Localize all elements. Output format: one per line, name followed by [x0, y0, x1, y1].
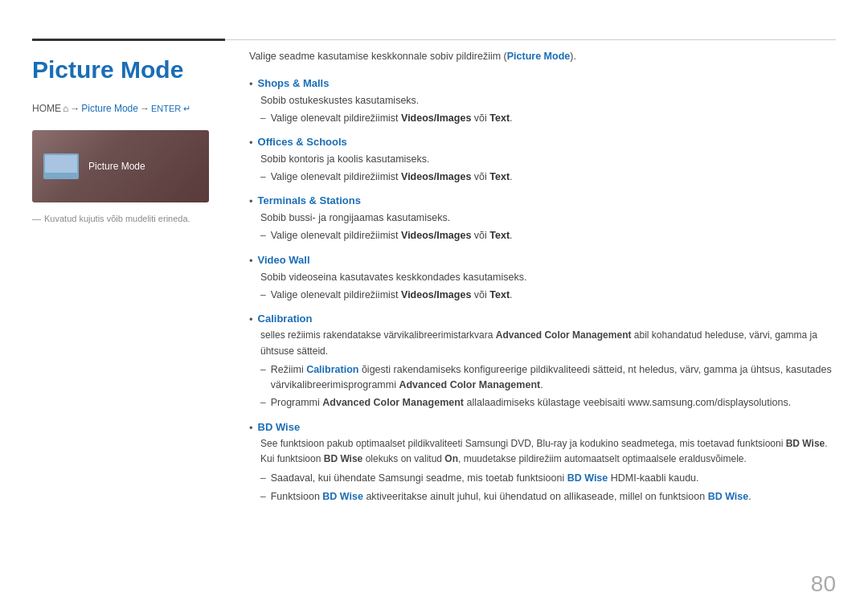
calibration-acm3: Advanced Color Management [322, 397, 464, 408]
section-title-terminals: Terminals & Stations [258, 194, 361, 206]
bd-wise-bold2: BD Wise [324, 453, 363, 464]
section-video-wall: • Video Wall Sobib videoseina kasutavate… [249, 254, 836, 303]
terminals-sub-text: Valige olenevalt pildirežiimist Videos/I… [271, 228, 513, 243]
page-number: 80 [811, 571, 836, 597]
section-shops-malls: • Shops & Malls Sobib ostukeskustes kasu… [249, 77, 836, 126]
calibration-sub2: – Programmi Advanced Color Management al… [260, 395, 836, 411]
intro-text-before: Valige seadme kasutamise keskkonnale sob… [249, 51, 507, 62]
section-body-shops: Sobib ostukeskustes kasutamiseks. – Vali… [260, 92, 836, 126]
bd-wise-sub2-dash: – [260, 489, 266, 505]
video-wall-sub-item: – Valige olenevalt pildirežiimist Videos… [260, 288, 836, 303]
footnote-dash: ― [32, 214, 41, 223]
offices-sub-text: Valige olenevalt pildirežiimist Videos/I… [271, 170, 513, 185]
section-calibration-header: • Calibration [249, 313, 836, 325]
picture-mode-screen [43, 153, 79, 179]
page-container: Picture Mode HOME ⌂ → Picture Mode → ENT… [0, 0, 868, 613]
intro-text-after: ). [570, 51, 576, 62]
section-shops-header: • Shops & Malls [249, 77, 836, 90]
left-sidebar: Picture Mode HOME ⌂ → Picture Mode → ENT… [32, 48, 225, 223]
terminals-videos-images: Videos/Images [401, 230, 471, 241]
calibration-body-text: selles režiimis rakendatakse värvikalibr… [260, 329, 817, 357]
bd-wise-sub2-text: Funktsioon BD Wise aktiveeritakse ainult… [271, 489, 751, 505]
section-offices-header: • Offices & Schools [249, 136, 836, 149]
section-body-bd-wise: See funktsioon pakub optimaalset pildikv… [260, 436, 836, 505]
offices-sub-item: – Valige olenevalt pildirežiimist Videos… [260, 170, 836, 185]
video-wall-sub-text: Valige olenevalt pildirežiimist Videos/I… [271, 288, 513, 303]
section-bd-wise: • BD Wise See funktsioon pakub optimaals… [249, 421, 836, 505]
section-bd-wise-header: • BD Wise [249, 421, 836, 434]
breadcrumb: HOME ⌂ → Picture Mode → ENTER ↵ [32, 103, 225, 114]
terminals-sub-dash: – [260, 228, 266, 243]
section-body-terminals: Sobib bussi- ja rongijaamas kasutamiseks… [260, 210, 836, 243]
home-label: HOME [32, 103, 61, 114]
enter-icon: ENTER ↵ [151, 104, 190, 114]
shops-videos-images: Videos/Images [401, 112, 471, 124]
terminals-sub-item: – Valige olenevalt pildirežiimist Videos… [260, 228, 836, 243]
section-terminals-stations: • Terminals & Stations Sobib bussi- ja r… [249, 194, 836, 243]
section-offices-schools: • Offices & Schools Sobib kontoris ja ko… [249, 136, 836, 185]
calibration-sub1: – Režiimi Calibration õigesti rakendamis… [260, 362, 836, 393]
section-body-offices: Sobib kontoris ja koolis kasutamiseks. –… [260, 151, 836, 185]
section-title-shops: Shops & Malls [258, 77, 330, 89]
section-video-wall-header: • Video Wall [249, 254, 836, 267]
video-wall-body-text: Sobib videoseina kasutavates keskkondade… [260, 272, 526, 283]
offices-body-text: Sobib kontoris ja koolis kasutamiseks. [260, 153, 430, 165]
calibration-sub2-text: Programmi Advanced Color Management alla… [271, 395, 791, 411]
section-body-calibration: selles režiimis rakendatakse värvikalibr… [260, 328, 836, 411]
bd-wise-body1: See funktsioon pakub optimaalset pildikv… [260, 438, 828, 449]
section-title-bd-wise: BD Wise [258, 421, 301, 433]
bd-wise-sub1-dash: – [260, 471, 266, 487]
page-title: Picture Mode [32, 56, 225, 84]
top-line-light [225, 39, 836, 40]
offices-sub-dash: – [260, 170, 266, 185]
section-title-calibration: Calibration [258, 313, 313, 325]
footnote: ― Kuvatud kujutis võib mudeliti erineda. [32, 214, 225, 223]
bd-wise-sub1: – Saadaval, kui ühendate Samsungi seadme… [260, 471, 836, 487]
intro-paragraph: Valige seadme kasutamise keskkonnale sob… [249, 48, 836, 64]
home-icon: ⌂ [63, 103, 68, 114]
main-content: Valige seadme kasutamise keskkonnale sob… [249, 48, 836, 515]
calibration-acm-bold: Advanced Color Management [496, 329, 632, 341]
picture-mode-box-label: Picture Mode [88, 161, 145, 172]
calibration-acm2: Advanced Color Management [399, 379, 540, 390]
bd-wise-bold1: BD Wise [786, 438, 825, 449]
bd-wise-body2: Kui funktsioon BD Wise olekuks on valitu… [260, 453, 747, 464]
section-title-offices: Offices & Schools [258, 136, 347, 148]
intro-highlight: Picture Mode [507, 51, 571, 62]
shops-sub-item: – Valige olenevalt pildirežiimist Videos… [260, 111, 836, 126]
top-line-dark [32, 39, 225, 41]
shops-text-bold: Text [489, 112, 510, 124]
breadcrumb-link: Picture Mode [81, 103, 138, 114]
section-body-video-wall: Sobib videoseina kasutavates keskkondade… [260, 269, 836, 303]
bd-wise-sub1-text: Saadaval, kui ühendate Samsungi seadme, … [271, 471, 699, 486]
breadcrumb-arrow2: → [140, 103, 149, 114]
bd-wise-link2: BD Wise [322, 491, 363, 502]
video-wall-videos-images: Videos/Images [401, 289, 471, 300]
picture-mode-box: Picture Mode [32, 130, 209, 202]
shops-body-text: Sobib ostukeskustes kasutamiseks. [260, 95, 419, 106]
calibration-link: Calibration [306, 364, 358, 375]
bullet-video-wall: • [249, 255, 253, 267]
bullet-calibration: • [249, 313, 253, 325]
video-wall-sub-dash: – [260, 288, 266, 303]
bullet-offices: • [249, 137, 253, 149]
bullet-shops: • [249, 78, 253, 90]
breadcrumb-arrow1: → [70, 103, 80, 114]
bd-wise-link1: BD Wise [567, 472, 608, 484]
bd-wise-sub2: – Funktsioon BD Wise aktiveeritakse ainu… [260, 489, 836, 505]
terminals-text-bold: Text [489, 230, 510, 241]
bd-wise-link3: BD Wise [708, 491, 749, 502]
offices-text-bold: Text [489, 171, 510, 182]
calibration-sub1-dash: – [260, 362, 266, 378]
calibration-sub1-text: Režiimi Calibration õigesti rakendamisek… [271, 362, 836, 393]
bullet-terminals: • [249, 195, 253, 207]
shops-sub-text: Valige olenevalt pildirežiimist Videos/I… [271, 111, 513, 126]
section-terminals-header: • Terminals & Stations [249, 194, 836, 207]
offices-videos-images: Videos/Images [401, 171, 471, 182]
bd-wise-on: On [444, 453, 458, 464]
bullet-bd-wise: • [249, 422, 253, 434]
section-title-video-wall: Video Wall [258, 254, 310, 266]
footnote-text: Kuvatud kujutis võib mudeliti erineda. [44, 214, 190, 223]
calibration-sub2-dash: – [260, 395, 266, 411]
terminals-body-text: Sobib bussi- ja rongijaamas kasutamiseks… [260, 212, 450, 223]
